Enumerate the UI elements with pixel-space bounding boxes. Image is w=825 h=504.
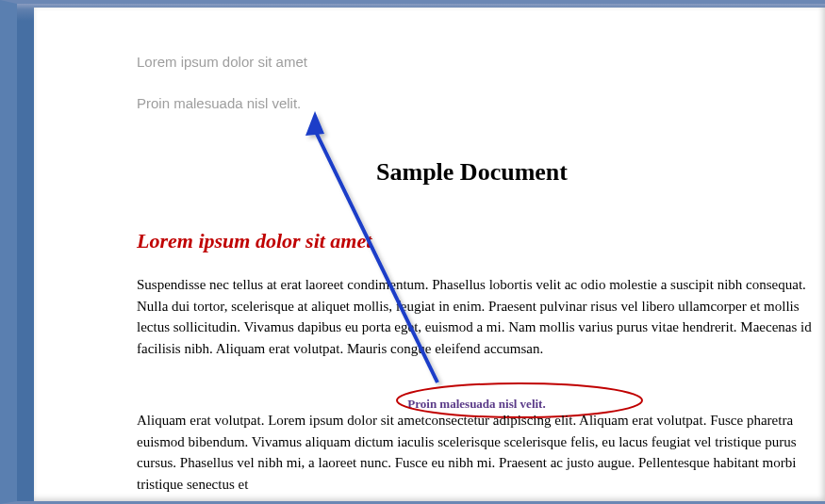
word-window-frame: Lorem ipsum dolor sit amet Proin malesua…: [0, 0, 825, 504]
svg-marker-2: [305, 111, 324, 136]
body-paragraph-1[interactable]: Suspendisse nec tellus at erat laoreet c…: [137, 274, 825, 359]
heading-1[interactable]: Lorem ipsum dolor sit amet: [137, 229, 371, 253]
body-paragraph-2[interactable]: Aliquam erat volutpat. Lorem ipsum dolor…: [137, 410, 825, 495]
document-page[interactable]: Lorem ipsum dolor sit amet Proin malesua…: [34, 8, 825, 501]
document-title[interactable]: Sample Document: [34, 158, 825, 187]
page-header-line-1[interactable]: Lorem ipsum dolor sit amet: [137, 54, 307, 70]
page-header-line-2[interactable]: Proin malesuada nisl velit.: [137, 95, 301, 111]
